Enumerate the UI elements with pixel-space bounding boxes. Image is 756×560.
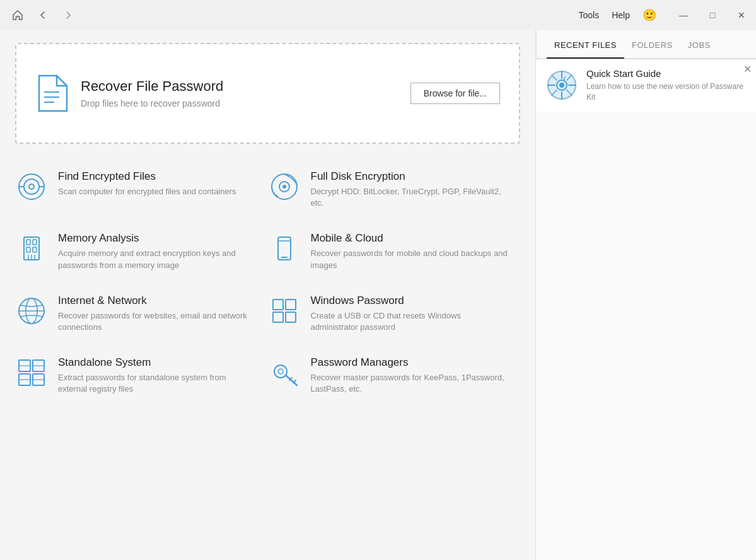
feature-mobile-cloud[interactable]: Mobile & Cloud Recover passwords for mob… — [268, 221, 521, 283]
feature-full-disk[interactable]: Full Disk Encryption Decrypt HDD: BitLoc… — [268, 159, 521, 221]
feature-full-disk-title: Full Disk Encryption — [311, 170, 508, 183]
titlebar: Tools Help 🙂 — □ ✕ — [0, 0, 756, 30]
feature-find-encrypted-desc: Scan computer for encrypted files and co… — [58, 186, 236, 197]
feature-mobile-desc: Recover passwords for mobile and cloud b… — [311, 248, 508, 271]
svg-rect-26 — [286, 300, 296, 310]
quick-start-description: Learn how to use the new version of Pass… — [586, 81, 747, 103]
feature-windows-title: Windows Password — [311, 295, 508, 307]
svg-rect-27 — [273, 312, 283, 322]
svg-rect-14 — [26, 247, 30, 252]
feature-memory-analysis[interactable]: Memory Analysis Acquire memory and extra… — [15, 221, 268, 283]
quick-start-icon — [546, 69, 578, 101]
close-button[interactable]: ✕ — [727, 0, 756, 30]
svg-rect-25 — [273, 300, 283, 310]
tools-menu[interactable]: Tools — [579, 10, 600, 20]
drop-zone-subtitle: Drop files here to recover password — [81, 98, 223, 108]
globe-icon — [15, 295, 48, 327]
browse-button[interactable]: Browse for file... — [410, 83, 500, 104]
feature-grid: Find Encrypted Files Scan computer for e… — [15, 159, 520, 407]
help-menu[interactable]: Help — [612, 10, 630, 20]
svg-rect-15 — [33, 247, 37, 252]
feature-memory-title: Memory Analysis — [58, 232, 255, 245]
feature-password-managers-title: Password Managers — [311, 356, 508, 369]
svg-point-5 — [29, 184, 34, 189]
feature-full-disk-desc: Decrypt HDD: BitLocker, TrueCrypt, PGP, … — [311, 186, 508, 209]
feature-windows-desc: Create a USB or CD that resets Windows a… — [311, 310, 508, 333]
svg-point-37 — [274, 365, 287, 378]
feature-windows-text: Windows Password Create a USB or CD that… — [311, 295, 508, 333]
svg-rect-28 — [286, 312, 296, 322]
feature-internet-title: Internet & Network — [58, 295, 255, 307]
tab-folders[interactable]: FOLDERS — [624, 30, 680, 59]
svg-point-10 — [282, 185, 286, 189]
titlebar-menu: Tools Help 🙂 — [579, 8, 669, 22]
feature-standalone-title: Standalone System — [58, 356, 255, 369]
back-button[interactable] — [33, 5, 53, 25]
feedback-icon[interactable]: 🙂 — [643, 8, 656, 22]
drop-zone-title: Recover File Password — [81, 78, 223, 95]
feature-internet-desc: Recover passwords for websites, email an… — [58, 310, 255, 333]
feature-password-managers-desc: Recover master passwords for KeePass, 1P… — [311, 372, 508, 395]
feature-full-disk-text: Full Disk Encryption Decrypt HDD: BitLoc… — [311, 170, 508, 209]
feature-password-managers[interactable]: Password Managers Recover master passwor… — [268, 345, 521, 407]
main-container: Recover File Password Drop files here to… — [0, 30, 756, 560]
windows-icon — [268, 295, 301, 327]
feature-standalone-text: Standalone System Extract passwords for … — [58, 356, 255, 395]
svg-rect-13 — [33, 240, 37, 245]
feature-standalone-system[interactable]: Standalone System Extract passwords for … — [15, 345, 268, 407]
panel-tabs: RECENT FILES FOLDERS JOBS — [537, 30, 756, 59]
titlebar-controls: — □ ✕ — [669, 0, 756, 30]
feature-standalone-desc: Extract passwords for standalone system … — [58, 372, 255, 395]
home-button[interactable] — [8, 5, 28, 25]
titlebar-right: Tools Help 🙂 — □ ✕ — [579, 0, 756, 30]
right-panel: RECENT FILES FOLDERS JOBS — [535, 30, 756, 560]
quick-start-text: Quick Start Guide Learn how to use the n… — [586, 68, 747, 103]
quick-start-close-button[interactable]: ✕ — [743, 64, 752, 74]
minimize-button[interactable]: — — [669, 0, 698, 30]
quick-start-title: Quick Start Guide — [586, 68, 747, 79]
right-panel-inner: RECENT FILES FOLDERS JOBS — [536, 30, 756, 59]
maximize-button[interactable]: □ — [698, 0, 727, 30]
file-icon — [35, 74, 68, 112]
feature-find-encrypted-title: Find Encrypted Files — [58, 170, 236, 183]
tab-jobs[interactable]: JOBS — [680, 30, 718, 59]
feature-internet-network[interactable]: Internet & Network Recover passwords for… — [15, 283, 268, 345]
quick-start-guide: Quick Start Guide Learn how to use the n… — [536, 59, 756, 112]
feature-mobile-title: Mobile & Cloud — [311, 232, 508, 245]
content-area: Recover File Password Drop files here to… — [0, 30, 535, 560]
feature-password-managers-text: Password Managers Recover master passwor… — [311, 356, 508, 395]
svg-point-41 — [278, 369, 283, 374]
drop-zone[interactable]: Recover File Password Drop files here to… — [15, 43, 520, 144]
tab-recent-files[interactable]: RECENT FILES — [547, 30, 624, 59]
feature-windows-password[interactable]: Windows Password Create a USB or CD that… — [268, 283, 521, 345]
svg-line-40 — [293, 380, 296, 383]
memory-icon — [15, 232, 48, 265]
mobile-icon — [268, 232, 301, 265]
feature-mobile-text: Mobile & Cloud Recover passwords for mob… — [311, 232, 508, 271]
cube-icon — [15, 356, 48, 389]
feature-find-encrypted[interactable]: Find Encrypted Files Scan computer for e… — [15, 159, 268, 221]
svg-point-4 — [24, 179, 39, 194]
scan-icon — [15, 170, 48, 203]
feature-memory-desc: Acquire memory and extract encryption ke… — [58, 248, 255, 271]
drop-zone-text: Recover File Password Drop files here to… — [81, 78, 223, 108]
feature-find-encrypted-text: Find Encrypted Files Scan computer for e… — [58, 170, 236, 197]
drop-zone-left: Recover File Password Drop files here to… — [35, 74, 223, 112]
disk-icon — [268, 170, 301, 203]
forward-button[interactable] — [58, 5, 78, 25]
svg-point-52 — [559, 83, 564, 88]
titlebar-left — [0, 5, 78, 25]
svg-rect-12 — [26, 240, 30, 245]
feature-memory-text: Memory Analysis Acquire memory and extra… — [58, 232, 255, 271]
key-icon — [268, 356, 301, 389]
feature-internet-text: Internet & Network Recover passwords for… — [58, 295, 255, 333]
